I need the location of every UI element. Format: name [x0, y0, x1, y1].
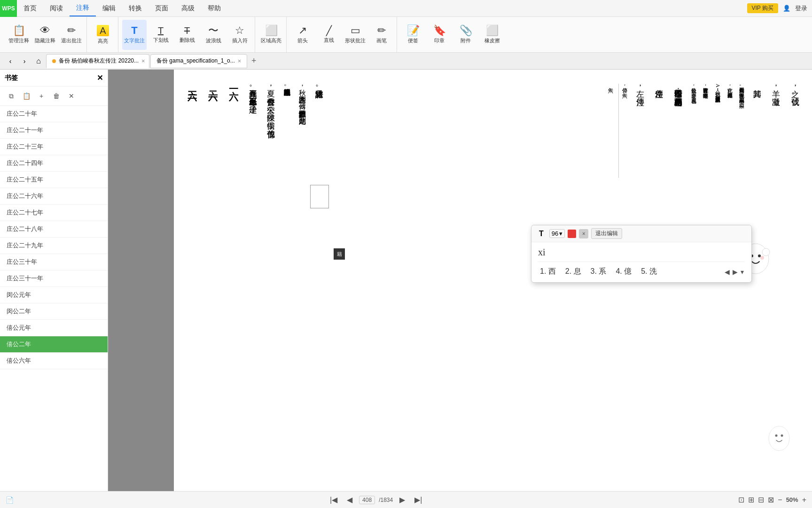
next-page-button[interactable]: ▶	[397, 494, 408, 505]
text-note-button[interactable]: T 文字批注	[122, 20, 147, 50]
svg-point-8	[775, 435, 778, 437]
forward-button[interactable]: ›	[18, 55, 31, 68]
suggestion-4[interactable]: 4. 億	[614, 266, 633, 278]
line-button[interactable]: ╱ 直线	[317, 20, 341, 50]
sidebar-item-8[interactable]: 庄公二十九年	[0, 238, 108, 254]
exit-edit-button[interactable]: 退出编辑	[591, 228, 622, 239]
sidebar-close-icon[interactable]: ✕	[97, 73, 103, 82]
underline-button[interactable]: T 下划线	[148, 20, 173, 50]
sidebar-more-button[interactable]: ✕	[65, 89, 78, 103]
vip-button[interactable]: VIP 购买	[747, 3, 778, 13]
text-note-label: 文字批注	[124, 37, 145, 44]
insert-char-button[interactable]: ☆ 插入符	[227, 20, 252, 50]
first-page-button[interactable]: |◀	[327, 494, 340, 505]
suggestion-next-button[interactable]: ▶	[732, 267, 739, 277]
add-tab-button[interactable]: +	[248, 56, 259, 67]
app-logo[interactable]: WPS	[0, 0, 17, 17]
hide-label: 隐藏注释	[35, 37, 55, 44]
menu-item-page[interactable]: 页面	[148, 0, 175, 16]
sidebar-add-button[interactable]: +	[35, 89, 48, 103]
suggestions-row: 1. 西 2. 息 3. 系 4. 億 5. 洗 ◀ ▶ ▾	[538, 262, 745, 278]
zoom-level: 50%	[786, 496, 798, 503]
area-highlight-icon: ⬜	[265, 25, 278, 36]
annotation-marker[interactable]: 籍	[334, 248, 345, 260]
sidebar-item-13[interactable]: 僖公元年	[0, 320, 108, 336]
home-button[interactable]: ⌂	[32, 55, 45, 68]
annot-box-2: 六年	[606, 84, 615, 121]
fit-view-icon[interactable]: ⊠	[768, 495, 774, 504]
sidebar-item-4[interactable]: 庄公二十五年	[0, 172, 108, 188]
area-highlight-button[interactable]: ⬜ 区域高亮	[259, 20, 283, 50]
zoom-in-button[interactable]: +	[802, 496, 806, 504]
eraser-icon: ⬜	[486, 25, 499, 36]
sidebar-item-14[interactable]: 僖公二年	[0, 336, 108, 353]
suggestion-5[interactable]: 5. 洗	[639, 266, 659, 278]
delete-line-label: 删除线	[180, 37, 195, 44]
single-page-view-icon[interactable]: ⊡	[738, 495, 744, 504]
tab-2-close[interactable]: ×	[238, 57, 242, 64]
pen-button[interactable]: ✏ 画笔	[369, 20, 394, 50]
hide-annotations-button[interactable]: 👁 隐藏注释	[33, 20, 57, 50]
sidebar-item-9[interactable]: 庄公三十年	[0, 254, 108, 270]
sidebar-item-12[interactable]: 闵公二年	[0, 303, 108, 320]
svg-point-9	[781, 435, 783, 437]
sidebar-item-5[interactable]: 庄公二十六年	[0, 188, 108, 205]
suggestion-2[interactable]: 2. 息	[563, 266, 583, 278]
last-page-button[interactable]: ▶|	[412, 494, 425, 505]
color-picker[interactable]	[568, 230, 576, 238]
wavy-line-button[interactable]: 〜 波浪线	[201, 20, 226, 50]
sidebar-item-10[interactable]: 庄公三十一年	[0, 270, 108, 287]
tab-1-close[interactable]: ×	[141, 57, 145, 64]
sidebar-item-15[interactable]: 僖公六年	[0, 353, 108, 369]
prev-page-button[interactable]: ◀	[344, 494, 355, 505]
scroll-view-icon[interactable]: ⊟	[758, 495, 764, 504]
back-button[interactable]: ‹	[4, 55, 17, 68]
login-button[interactable]: 登录	[795, 4, 807, 13]
menu-item-advanced[interactable]: 高级	[175, 0, 201, 16]
bottom-left: 📄	[6, 496, 14, 504]
font-size-selector[interactable]: 96 ▾	[549, 229, 565, 238]
color-x-button[interactable]: ×	[579, 229, 588, 238]
highlight-button[interactable]: A 高亮	[91, 20, 115, 50]
sidebar-paste-button[interactable]: 📋	[20, 89, 33, 103]
tool-group-highlight: A 高亮	[88, 17, 118, 52]
tab-1[interactable]: 备份 杨伯峻春秋左传注 20220... ×	[46, 54, 149, 68]
menu-item-convert[interactable]: 转换	[122, 0, 148, 16]
suggestion-prev-button[interactable]: ◀	[724, 267, 731, 277]
sidebar-item-0[interactable]: 庄公二十年	[0, 106, 108, 122]
menu-item-home[interactable]: 首页	[17, 0, 43, 16]
sidebar-item-2[interactable]: 庄公二十三年	[0, 139, 108, 155]
zoom-out-button[interactable]: −	[778, 496, 782, 504]
suggestion-3[interactable]: 3. 系	[589, 266, 609, 278]
text-input-field[interactable]	[538, 247, 745, 258]
eraser-button[interactable]: ⬜ 橡皮擦	[480, 20, 504, 50]
double-page-view-icon[interactable]: ⊞	[748, 495, 754, 504]
manage-annotations-button[interactable]: 📋 管理注释	[7, 20, 31, 50]
menu-item-help[interactable]: 帮助	[201, 0, 227, 16]
attachment-button[interactable]: 📎 附件	[453, 20, 478, 50]
suggestion-dropdown-button[interactable]: ▾	[740, 267, 745, 277]
sticky-note-button[interactable]: 📝 便签	[401, 20, 425, 50]
current-page[interactable]: 408	[359, 496, 375, 504]
text-input-area: 1. 西 2. 息 3. 系 4. 億 5. 洗 ◀ ▶ ▾	[531, 242, 751, 282]
stamp-button[interactable]: 🔖 印章	[427, 20, 452, 50]
sidebar-item-1[interactable]: 庄公二十一年	[0, 122, 108, 139]
document-page[interactable]: 之，伐號。 羊，凝激 歸其 公元前六五四年。陳宣三十九年。周惠王二十三年，宋桓二…	[174, 70, 812, 491]
menu-item-edit[interactable]: 编辑	[96, 0, 122, 16]
delete-line-button[interactable]: T 删除线	[175, 20, 199, 50]
content-area: 之，伐號。 羊，凝激 歸其 公元前六五四年。陳宣三十九年。周惠王二十三年，宋桓二…	[108, 70, 812, 491]
shape-button[interactable]: ▭ 形状批注	[343, 20, 367, 50]
exit-annotations-button[interactable]: ✏ 退出批注	[59, 20, 84, 50]
menu-item-read[interactable]: 阅读	[43, 0, 70, 16]
sidebar-copy-button[interactable]: ⧉	[5, 89, 18, 103]
sidebar-item-3[interactable]: 庄公二十四年	[0, 155, 108, 172]
sidebar-delete-button[interactable]: 🗑	[50, 89, 63, 103]
arrow-button[interactable]: ↗ 箭头	[290, 20, 315, 50]
sidebar-item-11[interactable]: 闵公元年	[0, 287, 108, 303]
manage-icon: 📋	[13, 25, 25, 36]
tab-2[interactable]: 备份 gama_specification_1_o... ×	[150, 54, 247, 68]
suggestion-1[interactable]: 1. 西	[538, 266, 558, 278]
sidebar-item-6[interactable]: 庄公二十七年	[0, 205, 108, 221]
menu-item-annotate[interactable]: 注释	[70, 0, 96, 16]
sidebar-item-7[interactable]: 庄公二十八年	[0, 221, 108, 238]
